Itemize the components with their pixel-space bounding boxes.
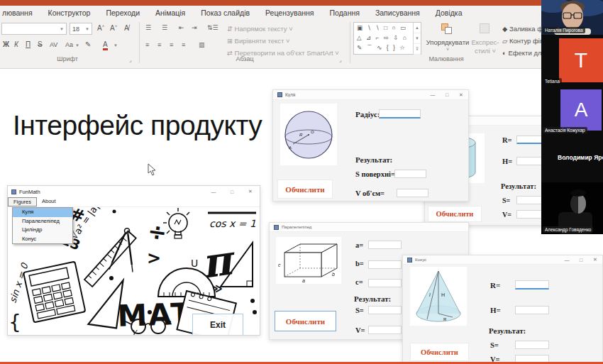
shapes-row[interactable]: △ ⊿ ⌐ ⇨ ⇩ ⌂ xyxy=(354,33,421,43)
minimize-icon[interactable]: — xyxy=(560,258,574,263)
menu-item-cylinder[interactable]: Циліндр xyxy=(13,226,72,235)
font-color-icon[interactable]: A xyxy=(103,40,108,50)
participant-tile-anastasia[interactable]: A Анастасія Кожухар xyxy=(541,86,603,135)
shrink-font-icon[interactable]: A˅ xyxy=(110,24,117,32)
cylinder-calculate-button[interactable]: Обчислити xyxy=(428,206,482,222)
font-dialog-launcher-icon[interactable]: ⌟ xyxy=(129,57,132,63)
bullets-icon[interactable]: ☰ xyxy=(145,24,151,31)
bold-button[interactable]: Ж xyxy=(3,40,9,48)
strikethrough-button[interactable]: S xyxy=(38,40,43,48)
close-icon[interactable]: ✕ xyxy=(588,257,602,263)
numbering-icon[interactable]: ☰ xyxy=(162,24,167,31)
decrease-indent-icon[interactable]: ⇤ xyxy=(179,24,184,31)
shapes-row[interactable]: ▣ ∖ ∖ □ ○ ▭ xyxy=(354,23,421,33)
menu-item-sphere[interactable]: Куля xyxy=(13,208,72,217)
quick-styles-button[interactable]: Експрес- xyxy=(471,38,499,46)
tab-slideshow[interactable]: Показ слайдів xyxy=(193,9,258,17)
box-window-titlebar[interactable]: Паралелепіпед xyxy=(270,223,468,232)
minimize-icon[interactable]: — xyxy=(426,92,440,97)
menu-item-cone[interactable]: Конус xyxy=(13,235,72,244)
align-center-icon[interactable]: ≡ xyxy=(157,41,161,48)
gallery-expand-icon[interactable]: ⊽ xyxy=(414,44,421,55)
menu-item-parallelepiped[interactable]: Паралелепіпед xyxy=(13,217,72,226)
align-text-button[interactable]: ⊞ Вирівняти текст ˅ xyxy=(227,37,289,45)
powerpoint-titlebar xyxy=(0,0,603,6)
increase-indent-icon[interactable]: ⇥ xyxy=(192,24,197,31)
sphere-a-label: A xyxy=(289,145,292,150)
sphere-window-titlebar[interactable]: Куля — □ ✕ xyxy=(273,90,468,100)
tab-design[interactable]: Конструктор xyxy=(40,9,99,17)
justify-icon[interactable]: ≡ xyxy=(182,41,185,48)
shapes-gallery-scrollbar[interactable]: ▲ ▼ ⊽ xyxy=(413,23,421,54)
menu-about[interactable]: About xyxy=(37,197,61,206)
char-spacing-icon[interactable]: AV xyxy=(50,41,57,48)
cone-window-titlebar[interactable]: Конус — □ ✕ xyxy=(403,255,602,265)
change-case-icon[interactable]: Aa xyxy=(65,41,73,48)
align-right-icon[interactable]: ≡ xyxy=(170,41,173,48)
avatar-initial: T xyxy=(575,48,587,72)
cone-h-input[interactable] xyxy=(515,306,549,314)
funmath-titlebar[interactable]: FunMath — □ ✕ xyxy=(8,186,260,197)
app-icon xyxy=(11,189,16,194)
grow-font-icon[interactable]: A˄ xyxy=(97,24,104,32)
participant-video-alexander[interactable]: Александр Говяденко xyxy=(541,182,603,234)
scroll-up-icon[interactable]: ▲ xyxy=(414,23,421,33)
maximize-icon[interactable]: □ xyxy=(440,92,454,97)
sphere-volume-input[interactable] xyxy=(397,189,428,197)
maximize-icon[interactable]: □ xyxy=(574,258,588,263)
ribbon-divider xyxy=(139,22,140,63)
tab-recording[interactable]: Записування xyxy=(367,9,428,17)
sphere-image: R O A xyxy=(280,104,337,165)
line-spacing-icon[interactable]: ⇅☰ xyxy=(207,24,218,31)
underline-button[interactable]: П xyxy=(26,40,31,48)
close-icon[interactable]: ✕ xyxy=(454,92,468,98)
tab-animations[interactable]: Анімація xyxy=(148,9,193,17)
participant-tile-tetiana[interactable]: T Tetiana xyxy=(541,35,603,86)
sphere-o-label: O xyxy=(311,130,314,134)
box-b-input-label: b= xyxy=(355,260,364,268)
sphere-radius-input[interactable] xyxy=(379,109,421,118)
arrange-button[interactable]: Упорядкувати xyxy=(426,38,470,46)
box-c-input-label: c= xyxy=(355,278,363,286)
shapes-row[interactable]: ✎ ⌒ ∿ { } ☆ xyxy=(354,43,421,53)
align-left-icon[interactable]: ≡ xyxy=(145,41,149,48)
box-calculate-button[interactable]: Обчислити xyxy=(275,311,336,331)
italic-button[interactable]: К xyxy=(14,40,18,48)
columns-icon[interactable]: ▥ xyxy=(199,41,205,48)
tab-review[interactable]: Рецензування xyxy=(258,9,321,17)
box-result-label: Результат: xyxy=(354,294,391,303)
tab-view[interactable]: Подання xyxy=(322,9,367,17)
shapes-gallery[interactable]: ▣ ∖ ∖ □ ○ ▭ △ ⊿ ⌐ ⇨ ⇩ ⌂ ✎ ⌒ ∿ { } ☆ ▲ ▼ … xyxy=(353,22,421,55)
funmath-content: # sin x = 0 { 123 √a² = |a| ÷ > U π cos … xyxy=(8,207,260,335)
cone-r-input[interactable] xyxy=(515,280,549,289)
tab-transitions[interactable]: Переходи xyxy=(98,9,148,17)
tab-drawing-partial[interactable]: лювання xyxy=(0,9,40,17)
box-v-input[interactable] xyxy=(368,326,402,334)
sphere-calculate-button[interactable]: Обчислити xyxy=(277,180,333,199)
exit-button[interactable]: Exit xyxy=(192,314,243,335)
maximize-icon[interactable]: □ xyxy=(223,189,241,194)
quick-styles-button-line2[interactable]: стилі ˅ xyxy=(471,47,499,55)
participant-tile-volodymyr[interactable]: Володимир Яро xyxy=(541,135,603,182)
box-a-input[interactable] xyxy=(368,241,402,249)
box-c-input[interactable] xyxy=(368,279,402,287)
participant-name: Володимир Яро xyxy=(558,154,603,161)
minimize-icon[interactable]: — xyxy=(204,189,223,194)
cone-calculate-button[interactable]: Обчислити xyxy=(410,343,469,361)
text-direction-button[interactable]: ⇵ Напрямок тексту ˅ xyxy=(227,25,293,33)
tab-help[interactable]: Довідка xyxy=(428,9,470,17)
participant-video-natalia[interactable]: Наталія Пирогова xyxy=(541,0,603,35)
clear-formatting-icon[interactable]: A̸ xyxy=(124,24,129,32)
highlight-pen-icon[interactable]: ✎ xyxy=(85,40,91,48)
cone-s-input[interactable] xyxy=(515,341,549,349)
menu-figures[interactable]: Figures xyxy=(8,197,37,206)
font-size-combo[interactable]: 18▼ xyxy=(70,23,92,35)
cone-h-label: H xyxy=(441,292,445,297)
scroll-down-icon[interactable]: ▼ xyxy=(414,33,421,44)
box-b-input[interactable] xyxy=(368,260,402,269)
sphere-surface-input[interactable] xyxy=(394,170,426,178)
box-s-input[interactable] xyxy=(368,306,402,314)
font-name-combo[interactable]: ▼ xyxy=(1,23,67,35)
paragraph-dialog-launcher-icon[interactable]: ⌟ xyxy=(339,57,342,63)
close-icon[interactable]: ✕ xyxy=(241,189,260,194)
